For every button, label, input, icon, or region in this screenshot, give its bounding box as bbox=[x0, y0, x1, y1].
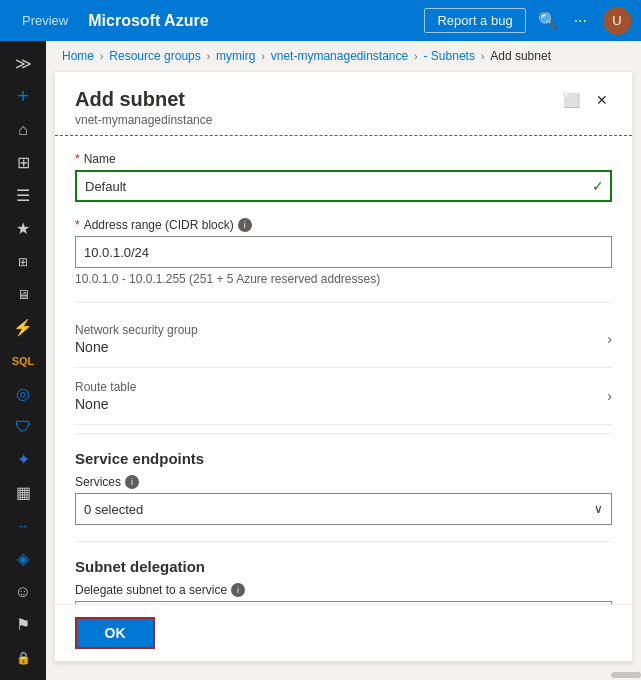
delegate-label: Delegate subnet to a service i bbox=[75, 583, 612, 597]
search-icon[interactable]: 🔍 bbox=[538, 11, 558, 30]
panel-title: Add subnet bbox=[75, 88, 212, 111]
name-label: * Name bbox=[75, 152, 612, 166]
sidebar-item-item16[interactable]: ◈ bbox=[3, 544, 43, 573]
panel-body: * Name ✓ * Address range (CIDR block) i bbox=[55, 136, 632, 604]
sidebar-item-item18[interactable]: ⚑ bbox=[3, 610, 43, 639]
delegate-field-group: Delegate subnet to a service i None ∨ bbox=[75, 583, 612, 604]
divider-1 bbox=[75, 302, 612, 303]
name-field-group: * Name ✓ bbox=[75, 152, 612, 202]
user-avatar[interactable]: U bbox=[603, 7, 631, 35]
services-label-text: Services bbox=[75, 475, 121, 489]
sidebar-item-expand[interactable]: ≫ bbox=[3, 49, 43, 78]
address-range-input[interactable] bbox=[75, 236, 612, 268]
address-info-icon[interactable]: i bbox=[238, 218, 252, 232]
nsg-label: Network security group bbox=[75, 323, 198, 337]
service-endpoints-title: Service endpoints bbox=[75, 450, 612, 467]
sidebar-item-item19[interactable]: 🔒 bbox=[3, 643, 43, 672]
breadcrumb-sep-3: › bbox=[414, 51, 417, 62]
breadcrumb-resource-groups[interactable]: Resource groups bbox=[109, 49, 200, 63]
route-table-row[interactable]: Route table None › bbox=[75, 368, 612, 425]
panel-expand-button[interactable]: ⬜ bbox=[559, 88, 584, 112]
sidebar-item-create[interactable]: + bbox=[3, 82, 43, 111]
preview-button[interactable]: Preview bbox=[10, 13, 80, 28]
sidebar-item-cosmos[interactable]: ◎ bbox=[3, 379, 43, 408]
panel-header: Add subnet vnet-mymanagedinstance ⬜ ✕ bbox=[55, 72, 632, 136]
divider-2 bbox=[75, 433, 612, 434]
sidebar-item-storage[interactable]: ▦ bbox=[3, 478, 43, 507]
address-range-hint: 10.0.1.0 - 10.0.1.255 (251 + 5 Azure res… bbox=[75, 272, 612, 286]
breadcrumb-sep-4: › bbox=[481, 51, 484, 62]
content-area: Home › Resource groups › mymirg › vnet-m… bbox=[46, 41, 641, 680]
breadcrumb-current: Add subnet bbox=[490, 49, 551, 63]
more-icon[interactable]: ··· bbox=[574, 12, 587, 30]
divider-3 bbox=[75, 541, 612, 542]
address-range-field-group: * Address range (CIDR block) i 10.0.1.0 … bbox=[75, 218, 612, 286]
services-field-group: Services i 0 selected ∨ bbox=[75, 475, 612, 525]
name-check-icon: ✓ bbox=[592, 178, 604, 194]
subnet-delegation-title: Subnet delegation bbox=[75, 558, 612, 575]
delegate-label-text: Delegate subnet to a service bbox=[75, 583, 227, 597]
ok-button[interactable]: OK bbox=[75, 617, 155, 649]
breadcrumb: Home › Resource groups › mymirg › vnet-m… bbox=[46, 41, 641, 71]
breadcrumb-sep-0: › bbox=[100, 51, 103, 62]
panel-title-area: Add subnet vnet-mymanagedinstance bbox=[75, 88, 212, 127]
network-security-group-row[interactable]: Network security group None › bbox=[75, 311, 612, 368]
sidebar-item-all-services[interactable]: ☰ bbox=[3, 181, 43, 210]
route-table-value: None bbox=[75, 396, 136, 412]
sidebar-item-links[interactable]: ↔ bbox=[3, 511, 43, 540]
sidebar-item-item17[interactable]: ☺ bbox=[3, 577, 43, 606]
breadcrumb-home[interactable]: Home bbox=[62, 49, 94, 63]
name-required-star: * bbox=[75, 152, 80, 166]
services-label: Services i bbox=[75, 475, 612, 489]
sidebar: ≫ + ⌂ ⊞ ☰ ★ ⊞ 🖥 ⚡ SQL ◎ 🛡 ✦ ▦ ↔ ◈ ☺ ⚑ 🔒 bbox=[0, 41, 46, 680]
breadcrumb-subnets[interactable]: - Subnets bbox=[424, 49, 475, 63]
nsg-content: Network security group None bbox=[75, 323, 198, 355]
address-range-label: * Address range (CIDR block) i bbox=[75, 218, 612, 232]
panel-footer: OK bbox=[55, 604, 632, 661]
main-layout: ≫ + ⌂ ⊞ ☰ ★ ⊞ 🖥 ⚡ SQL ◎ 🛡 ✦ ▦ ↔ ◈ ☺ ⚑ 🔒 … bbox=[0, 41, 641, 680]
delegate-info-icon[interactable]: i bbox=[231, 583, 245, 597]
sidebar-item-virtual-machines[interactable]: 🖥 bbox=[3, 280, 43, 309]
sidebar-item-home[interactable]: ⌂ bbox=[3, 115, 43, 144]
route-table-chevron-icon: › bbox=[607, 388, 612, 404]
scrollbar-container bbox=[46, 670, 641, 680]
nsg-value: None bbox=[75, 339, 198, 355]
breadcrumb-mymirg[interactable]: mymirg bbox=[216, 49, 255, 63]
report-bug-button[interactable]: Report a bug bbox=[424, 8, 525, 33]
breadcrumb-sep-2: › bbox=[261, 51, 264, 62]
add-subnet-panel: Add subnet vnet-mymanagedinstance ⬜ ✕ * … bbox=[54, 71, 633, 662]
top-bar: Preview Microsoft Azure Report a bug 🔍 ·… bbox=[0, 0, 641, 41]
top-bar-icons: 🔍 ··· U bbox=[538, 7, 631, 35]
address-required-star: * bbox=[75, 218, 80, 232]
panel-subtitle: vnet-mymanagedinstance bbox=[75, 113, 212, 127]
route-table-content: Route table None bbox=[75, 380, 136, 412]
sidebar-item-recent[interactable]: ⊞ bbox=[3, 247, 43, 276]
nsg-chevron-icon: › bbox=[607, 331, 612, 347]
services-dropdown-value: 0 selected bbox=[84, 502, 143, 517]
breadcrumb-sep-1: › bbox=[207, 51, 210, 62]
sidebar-item-security[interactable]: 🛡 bbox=[3, 412, 43, 441]
panel-header-actions: ⬜ ✕ bbox=[559, 88, 612, 112]
name-label-text: Name bbox=[84, 152, 116, 166]
panel-close-button[interactable]: ✕ bbox=[592, 88, 612, 112]
services-info-icon[interactable]: i bbox=[125, 475, 139, 489]
sidebar-item-kubernetes[interactable]: ✦ bbox=[3, 445, 43, 474]
sidebar-item-sql[interactable]: SQL bbox=[3, 346, 43, 375]
services-dropdown-chevron-icon: ∨ bbox=[594, 502, 603, 516]
route-table-label: Route table bbox=[75, 380, 136, 394]
name-input-wrapper: ✓ bbox=[75, 170, 612, 202]
sidebar-item-favorites[interactable]: ★ bbox=[3, 214, 43, 243]
breadcrumb-vnet[interactable]: vnet-mymanagedinstance bbox=[271, 49, 408, 63]
sidebar-item-dashboard[interactable]: ⊞ bbox=[3, 148, 43, 177]
app-title: Microsoft Azure bbox=[80, 12, 424, 30]
sidebar-item-functions[interactable]: ⚡ bbox=[3, 313, 43, 342]
address-range-label-text: Address range (CIDR block) bbox=[84, 218, 234, 232]
scrollbar-thumb[interactable] bbox=[611, 672, 641, 678]
services-dropdown[interactable]: 0 selected ∨ bbox=[75, 493, 612, 525]
name-input[interactable] bbox=[75, 170, 612, 202]
